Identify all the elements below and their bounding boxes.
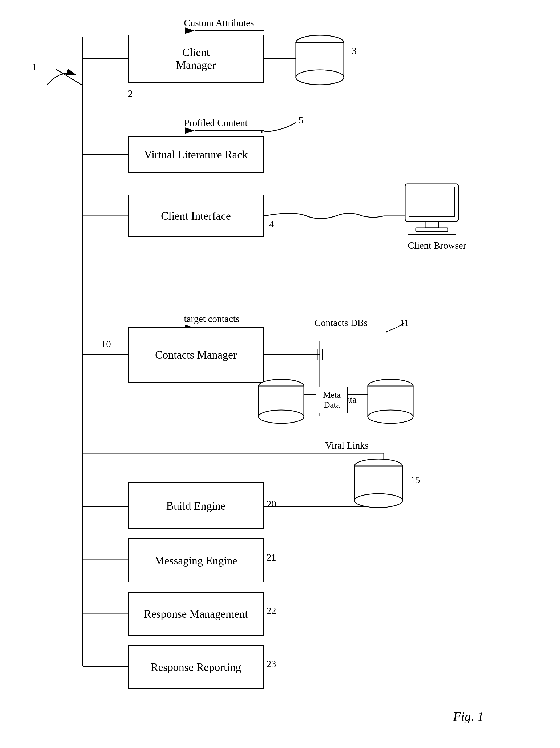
contacts-manager-box: Contacts Manager (128, 327, 264, 383)
svg-rect-31 (409, 187, 454, 216)
viral-links-label: Viral Links (325, 440, 369, 451)
ref-20: 20 (266, 498, 276, 510)
svg-point-43 (368, 410, 413, 423)
ref-3: 3 (352, 45, 357, 56)
client-interface-box: Client Interface (128, 194, 264, 237)
contacts-dbs-label: Contacts DBs (314, 317, 368, 328)
messaging-engine-label: Messaging Engine (154, 554, 237, 567)
client-interface-label: Client Interface (161, 210, 231, 222)
fig-label: Fig. 1 (453, 709, 484, 724)
response-reporting-box: Response Reporting (128, 645, 264, 689)
svg-rect-32 (425, 221, 439, 228)
ref-10: 10 (101, 338, 111, 350)
ref-23: 23 (266, 658, 276, 670)
ref-22: 22 (266, 605, 276, 616)
svg-point-46 (354, 494, 402, 508)
virtual-literature-rack-box: Virtual Literature Rack (128, 136, 264, 173)
response-management-box: Response Management (128, 592, 264, 636)
svg-point-29 (296, 70, 344, 85)
ref-4: 4 (269, 218, 274, 230)
target-contacts-label: target contacts (184, 313, 239, 324)
client-browser-label: Client Browser (408, 240, 466, 251)
build-engine-label: Build Engine (166, 499, 226, 512)
db-right (365, 378, 416, 427)
client-manager-label: Client Manager (176, 46, 216, 71)
db-3 (293, 34, 347, 89)
profiled-content-label: Profiled Content (184, 117, 248, 128)
ref-15: 15 (411, 474, 420, 486)
contacts-manager-label: Contacts Manager (155, 348, 237, 361)
db-left (256, 378, 306, 427)
meta-data-box: MetaData (316, 387, 348, 413)
virtual-literature-rack-label: Virtual Literature Rack (144, 148, 248, 161)
svg-point-40 (259, 410, 304, 423)
response-management-label: Response Management (144, 608, 248, 620)
messaging-engine-box: Messaging Engine (128, 538, 264, 582)
client-browser-icon (400, 181, 464, 238)
svg-rect-33 (416, 228, 448, 232)
build-engine-box: Build Engine (128, 483, 264, 529)
ref-1: 1 (32, 61, 37, 72)
db-15 (352, 459, 405, 513)
ref-5: 5 (299, 115, 303, 126)
ref-2: 2 (128, 88, 133, 99)
client-manager-box: Client Manager (128, 34, 264, 83)
custom-attributes-label: Custom Attributes (184, 17, 254, 28)
response-reporting-label: Response Reporting (150, 661, 241, 674)
ref-21: 21 (266, 552, 276, 563)
